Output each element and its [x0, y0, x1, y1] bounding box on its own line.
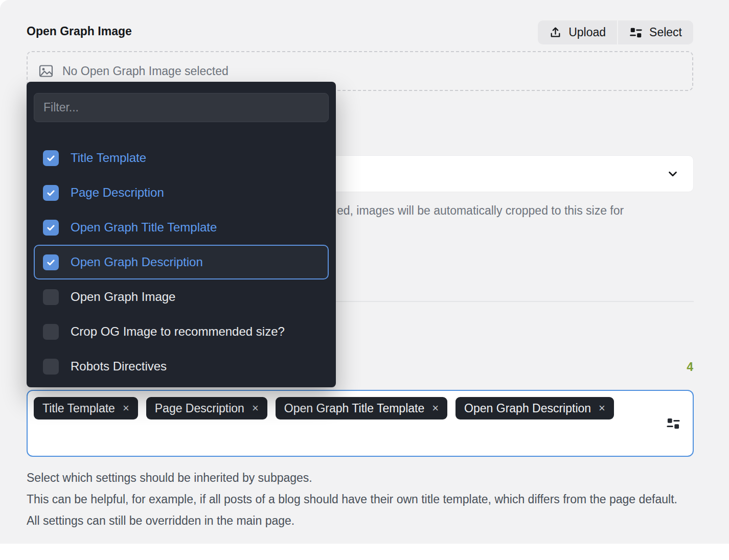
help-text: Select which settings should be inherite…: [27, 467, 691, 531]
option-title-template[interactable]: Title Template: [34, 141, 329, 175]
option-label: Crop OG Image to recommended size?: [71, 324, 285, 339]
option-label: Open Graph Title Template: [71, 220, 217, 235]
chevron-down-icon: [666, 167, 680, 181]
checkbox-icon[interactable]: [43, 359, 59, 375]
option-page-description[interactable]: Page Description: [34, 175, 329, 210]
select-button-label: Select: [649, 26, 682, 39]
option-robots-directives[interactable]: Robots Directives: [34, 349, 329, 384]
option-og-title-template[interactable]: Open Graph Title Template: [34, 210, 329, 245]
upload-icon: [549, 26, 562, 39]
option-label: Robots Directives: [71, 359, 167, 374]
selected-count-badge: 4: [687, 360, 693, 374]
crop-note-text: ed, images will be automatically cropped…: [337, 204, 624, 218]
og-image-field-label: Open Graph Image: [27, 25, 132, 38]
tag-label: Open Graph Description: [464, 402, 591, 415]
checkbox-icon[interactable]: [43, 324, 59, 340]
inherited-settings-field[interactable]: Title Template × Page Description × Open…: [27, 390, 694, 457]
remove-tag-icon[interactable]: ×: [252, 403, 259, 414]
remove-tag-icon[interactable]: ×: [123, 403, 129, 414]
tag-label: Title Template: [42, 402, 115, 415]
tag-og-title-template: Open Graph Title Template ×: [276, 397, 447, 419]
tag-title-template: Title Template ×: [34, 397, 138, 419]
upload-button-label: Upload: [568, 26, 606, 39]
remove-tag-icon[interactable]: ×: [599, 403, 605, 414]
option-label: Open Graph Image: [71, 290, 175, 304]
option-label: Title Template: [71, 151, 146, 165]
option-label: Page Description: [71, 185, 164, 200]
option-og-image[interactable]: Open Graph Image: [34, 279, 329, 314]
checkbox-icon[interactable]: [43, 254, 59, 270]
select-button[interactable]: Select: [618, 20, 693, 44]
filter-input[interactable]: [34, 93, 329, 122]
select-list-icon: [629, 26, 643, 39]
checkbox-icon[interactable]: [43, 150, 59, 166]
tag-label: Open Graph Title Template: [284, 402, 424, 415]
option-og-description[interactable]: Open Graph Description: [34, 245, 329, 279]
image-icon: [38, 63, 54, 79]
select-list-icon[interactable]: [666, 416, 680, 431]
remove-tag-icon[interactable]: ×: [432, 403, 439, 414]
checkbox-icon[interactable]: [43, 185, 59, 201]
option-crop-og-image[interactable]: Crop OG Image to recommended size?: [34, 314, 329, 349]
help-line-2: This can be helpful, for example, if all…: [27, 488, 691, 531]
tag-og-description: Open Graph Description ×: [455, 397, 614, 419]
dropdown-options-list: Title Template Page Description Open Gra…: [34, 141, 329, 384]
og-image-actions: Upload Select: [538, 20, 693, 44]
option-label: Open Graph Description: [71, 255, 203, 269]
tag-page-description: Page Description ×: [146, 397, 267, 419]
settings-filter-dropdown: Title Template Page Description Open Gra…: [27, 82, 336, 387]
checkbox-icon[interactable]: [43, 289, 59, 305]
tag-label: Page Description: [155, 402, 244, 415]
og-image-placeholder-text: No Open Graph Image selected: [62, 64, 229, 78]
help-line-1: Select which settings should be inherite…: [27, 467, 691, 488]
upload-button[interactable]: Upload: [538, 20, 617, 44]
checkbox-icon[interactable]: [43, 220, 59, 236]
